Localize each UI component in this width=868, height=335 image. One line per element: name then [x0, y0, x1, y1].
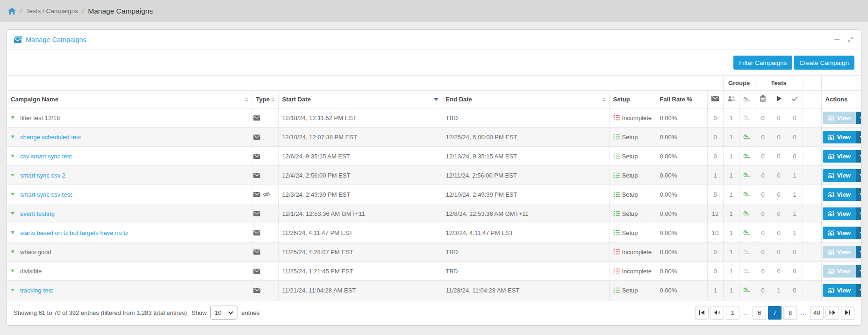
page-button-1[interactable]: 1 [726, 306, 739, 320]
expand-row-caret-icon[interactable] [11, 135, 14, 138]
tests-scheduled-count: 0 [755, 185, 771, 204]
messages-count: 0 [707, 128, 723, 147]
tests-passed-count: 0 [787, 262, 803, 281]
setup-status-text: Setup [622, 153, 638, 160]
view-button[interactable]: View [823, 131, 861, 143]
header-start-date[interactable]: Start Date [278, 91, 442, 108]
campaign-name-link[interactable]: tracking test [20, 287, 53, 294]
view-button-label: View [837, 210, 851, 217]
panel-title-text: Manage Campaigns [26, 36, 86, 43]
tests-running-count: 0 [771, 204, 787, 223]
setup-status-text: Incomplete [622, 249, 652, 256]
pagination-ellipsis: … [799, 306, 808, 320]
view-dropdown-caret[interactable] [856, 150, 861, 163]
tests-passed-count: 0 [787, 147, 803, 166]
header-type[interactable]: Type [252, 91, 278, 108]
expand-row-caret-icon[interactable] [11, 289, 14, 292]
campaign-name-link[interactable]: change scheduled test [20, 134, 81, 141]
expand-row-caret-icon[interactable] [11, 155, 14, 157]
header-end-date[interactable]: End Date [442, 91, 609, 108]
create-campaign-button[interactable]: Create Campaign [794, 56, 854, 70]
signature-status-icon [739, 262, 755, 281]
messages-count: 1 [707, 281, 723, 300]
table-footer: Showing 61 to 70 of 392 entries (filtere… [7, 300, 861, 325]
pagination-ellipsis: … [741, 306, 751, 320]
envelope-type-icon [253, 211, 260, 216]
show-label: Show [192, 309, 207, 316]
breadcrumb-separator: / [82, 7, 84, 14]
tests-running-count: 0 [771, 242, 787, 262]
tests-scheduled-count: 0 [755, 281, 771, 300]
minus-icon[interactable] [834, 36, 840, 43]
actions-cell: View [821, 262, 861, 281]
spacer-cell [803, 185, 821, 204]
expand-row-caret-icon[interactable] [11, 231, 14, 234]
collapse-arrows-icon[interactable] [847, 36, 854, 43]
tests-passed-count: 1 [787, 204, 803, 223]
filter-campaigns-button[interactable]: Filter Campaigns [733, 56, 792, 70]
view-button[interactable]: View [823, 188, 861, 201]
view-dropdown-caret[interactable] [856, 207, 861, 220]
expand-row-caret-icon[interactable] [11, 116, 14, 119]
tasks-status-icon [613, 249, 620, 255]
view-dropdown-caret[interactable] [856, 246, 861, 258]
page-button-8[interactable]: 8 [783, 306, 797, 320]
last-page-icon[interactable] [841, 306, 854, 320]
campaign-name-link[interactable]: smart sync csv 2 [20, 172, 65, 179]
view-button[interactable]: View [823, 246, 861, 258]
header-campaign-name[interactable]: Campaign Name [7, 91, 252, 108]
campaigns-icon [14, 36, 22, 43]
view-dropdown-caret[interactable] [856, 188, 861, 201]
page-button-7-active[interactable]: 7 [768, 306, 782, 320]
view-dropdown-caret[interactable] [856, 131, 861, 143]
view-dropdown-caret[interactable] [856, 112, 861, 124]
envelope-type-icon [253, 154, 260, 159]
first-page-icon[interactable] [695, 306, 709, 320]
view-button-label: View [837, 114, 851, 121]
view-button[interactable]: View [823, 207, 861, 220]
fail-rate-cell: 0.00% [656, 147, 707, 166]
eye-slash-icon [262, 191, 271, 198]
view-dropdown-caret[interactable] [856, 169, 861, 182]
view-button[interactable]: View [823, 112, 861, 124]
view-button[interactable]: View [823, 265, 861, 278]
expand-row-caret-icon[interactable] [11, 250, 14, 253]
spacer-cell [803, 242, 821, 262]
setup-status-cell: Incomplete [609, 262, 656, 281]
start-date-cell: 12/3/24, 2:49:39 PM EST [278, 185, 442, 204]
groups-count: 1 [723, 262, 739, 281]
prev-page-icon[interactable] [710, 306, 724, 320]
spacer-cell [803, 147, 821, 166]
campaign-name-link[interactable]: starts based on tz but targets have no t… [20, 229, 128, 236]
expand-row-caret-icon[interactable] [11, 174, 14, 177]
tasks-status-icon [613, 192, 620, 197]
campaign-name-link[interactable]: smart sync csv test [20, 191, 72, 198]
page-button-40[interactable]: 40 [810, 306, 824, 320]
view-button[interactable]: View [823, 284, 861, 297]
next-page-icon[interactable] [825, 306, 839, 320]
tests-scheduled-count: 0 [755, 128, 771, 147]
chevron-down-icon [228, 311, 233, 314]
header-fail-rate[interactable]: Fail Rate % [656, 91, 707, 108]
expand-row-caret-icon[interactable] [11, 270, 14, 272]
start-date-cell: 11/26/24, 4:11:47 PM EST [278, 223, 442, 242]
expand-row-caret-icon[interactable] [11, 193, 14, 196]
view-button[interactable]: View [823, 227, 861, 239]
play-icon [771, 91, 787, 108]
campaign-name-link[interactable]: event testing [20, 210, 55, 217]
view-dropdown-caret[interactable] [856, 227, 861, 239]
home-icon[interactable] [8, 7, 16, 14]
tasks-status-icon [613, 268, 620, 274]
setup-status-text: Setup [622, 287, 638, 294]
view-button[interactable]: View [823, 169, 861, 182]
breadcrumb-parent[interactable]: Tests / Campaigns [26, 7, 78, 14]
messages-count: 0 [707, 147, 723, 166]
view-dropdown-caret[interactable] [856, 284, 861, 297]
view-button[interactable]: View [823, 150, 861, 163]
page-button-6[interactable]: 6 [753, 306, 766, 320]
view-dropdown-caret[interactable] [856, 265, 861, 278]
campaign-name-link[interactable]: csv smart sync test [20, 153, 72, 160]
header-setup[interactable]: Setup [609, 91, 656, 108]
page-size-select[interactable]: 10 [210, 306, 237, 320]
expand-row-caret-icon[interactable] [11, 212, 14, 215]
